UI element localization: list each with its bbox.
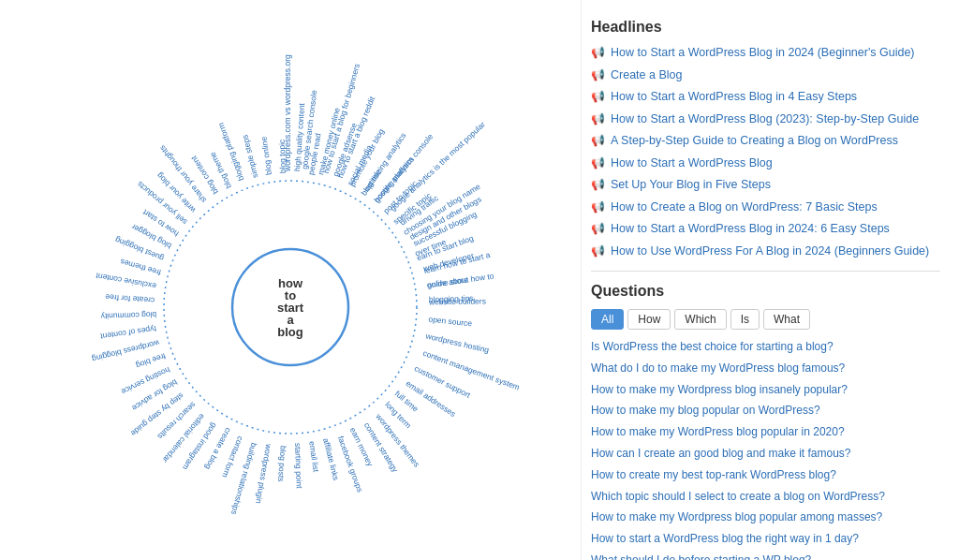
- svg-text:types of content: types of content: [99, 324, 156, 341]
- svg-text:affiliate links: affiliate links: [321, 437, 341, 481]
- speaker-icon: 📢: [591, 244, 605, 258]
- svg-text:guide about how to: guide about how to: [426, 271, 494, 289]
- headline-item[interactable]: 📢How to Start a WordPress Blog in 2024 (…: [591, 45, 940, 62]
- speaker-icon: 📢: [591, 68, 605, 81]
- speaker-icon: 📢: [591, 112, 605, 125]
- filter-button-what[interactable]: What: [763, 309, 810, 330]
- svg-text:blog community: blog community: [100, 310, 157, 321]
- headline-text: How to Use WordPress For A Blog in 2024 …: [611, 243, 929, 260]
- question-item[interactable]: How to make my blog popular on WordPress…: [591, 403, 940, 419]
- questions-title: Questions: [591, 283, 940, 300]
- questions-list: Is WordPress the best choice for startin…: [591, 339, 940, 560]
- question-item[interactable]: What do I do to make my WordPress blog f…: [591, 361, 940, 376]
- speaker-icon: 📢: [591, 156, 605, 169]
- speaker-icon: 📢: [591, 90, 605, 103]
- headline-item[interactable]: 📢How to Start a WordPress Blog: [591, 155, 940, 172]
- question-item[interactable]: How can I create an good blog and make i…: [591, 446, 940, 462]
- headline-text: How to Start a WordPress Blog in 4 Easy …: [611, 89, 857, 106]
- filter-button-all[interactable]: All: [591, 309, 624, 330]
- svg-text:open source: open source: [428, 314, 473, 328]
- question-item[interactable]: Is WordPress the best choice for startin…: [591, 339, 940, 355]
- headline-text: Create a Blog: [611, 67, 682, 84]
- headline-item[interactable]: 📢How to Create a Blog on WordPress: 7 Ba…: [591, 199, 940, 216]
- headline-item[interactable]: 📢A Step-by-Step Guide to Creating a Blog…: [591, 133, 940, 150]
- svg-text:blog: blog: [277, 325, 302, 339]
- speaker-icon: 📢: [591, 134, 605, 147]
- headlines-title: Headlines: [591, 19, 940, 36]
- question-item[interactable]: How to make my WordPress blog popular in…: [591, 424, 940, 440]
- questions-section: Questions AllHowWhichIsWhat Is WordPress…: [591, 283, 940, 560]
- svg-text:starting point: starting point: [293, 442, 304, 489]
- speaker-icon: 📢: [591, 200, 605, 214]
- question-item[interactable]: What should I do before starting a WP bl…: [591, 553, 940, 560]
- headlines-section: Headlines 📢How to Start a WordPress Blog…: [591, 19, 940, 259]
- headline-text: How to Start a WordPress Blog in 2024 (B…: [611, 45, 915, 62]
- headline-item[interactable]: 📢Set Up Your Blog in Five Steps: [591, 177, 940, 194]
- headline-item[interactable]: 📢Create a Blog: [591, 67, 940, 84]
- question-item[interactable]: How to create my best top-rank WordPress…: [591, 467, 940, 483]
- question-item[interactable]: How to start a WordPress blog the right …: [591, 531, 940, 547]
- headline-text: How to Start a WordPress Blog in 2024: 6…: [611, 221, 890, 238]
- speaker-icon: 📢: [591, 178, 605, 191]
- keyword-wheel: how to start a blog wordpress.com vs wor…: [28, 45, 553, 560]
- headline-item[interactable]: 📢How to Start a WordPress Blog in 2024: …: [591, 221, 940, 238]
- svg-text:blog online: blog online: [258, 136, 273, 175]
- filter-button-how[interactable]: How: [627, 309, 671, 330]
- headline-text: How to Start a WordPress Blog (2023): St…: [611, 111, 919, 128]
- headline-item[interactable]: 📢How to Start a WordPress Blog (2023): S…: [591, 111, 940, 128]
- filter-button-which[interactable]: Which: [674, 309, 726, 330]
- headline-item[interactable]: 📢How to Use WordPress For A Blog in 2024…: [591, 243, 940, 260]
- svg-text:blogging tips: blogging tips: [429, 293, 474, 304]
- headline-text: How to Start a WordPress Blog: [611, 155, 773, 172]
- headlines-list: 📢How to Start a WordPress Blog in 2024 (…: [591, 45, 940, 259]
- wheel-panel: how to start a blog wordpress.com vs wor…: [0, 0, 581, 560]
- speaker-icon: 📢: [591, 222, 605, 235]
- right-panel: Headlines 📢How to Start a WordPress Blog…: [581, 0, 959, 560]
- headline-text: Set Up Your Blog in Five Steps: [611, 177, 771, 194]
- svg-text:email list: email list: [307, 440, 321, 473]
- svg-text:blog posts: blog posts: [276, 445, 288, 481]
- svg-text:content management system: content management system: [421, 348, 521, 392]
- question-item[interactable]: How to make my Wordpress blog insanely p…: [591, 382, 940, 398]
- question-item[interactable]: Which topic should I select to create a …: [591, 489, 940, 505]
- speaker-icon: 📢: [591, 46, 605, 59]
- svg-text:create for free: create for free: [105, 292, 155, 305]
- headline-text: How to Create a Blog on WordPress: 7 Bas…: [611, 199, 878, 216]
- headline-text: A Step-by-Step Guide to Creating a Blog …: [611, 133, 898, 150]
- headline-item[interactable]: 📢How to Start a WordPress Blog in 4 Easy…: [591, 89, 940, 106]
- question-item[interactable]: How to make my Wordpress blog popular am…: [591, 509, 940, 525]
- svg-text:blog topic: blog topic: [277, 139, 288, 173]
- filter-buttons: AllHowWhichIsWhat: [591, 309, 940, 330]
- filter-button-is[interactable]: Is: [730, 309, 760, 330]
